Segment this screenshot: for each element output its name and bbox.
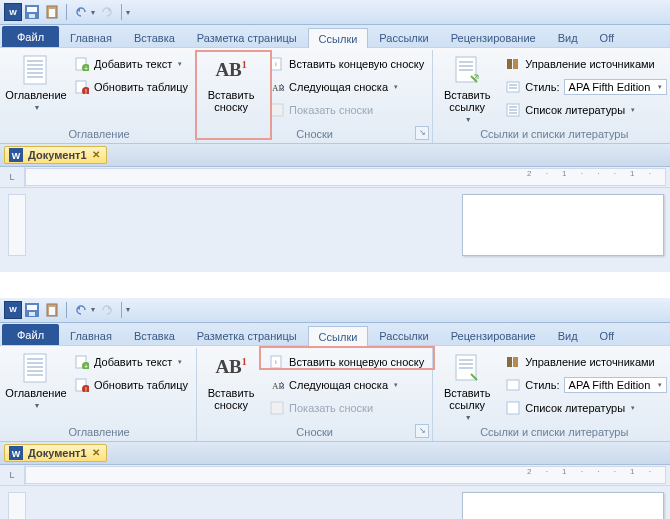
horizontal-ruler[interactable]: 2 · 1 · · · 1 · (25, 466, 666, 484)
tab-file[interactable]: Файл (2, 324, 59, 345)
tab-insert[interactable]: Вставка (123, 325, 186, 345)
update-table-icon: ! (74, 79, 90, 95)
tab-review[interactable]: Рецензирование (440, 325, 547, 345)
style-row: Стиль: APA Fifth Edition ▾ (501, 77, 670, 97)
manage-sources-button[interactable]: Управление источниками (501, 54, 670, 74)
tab-review[interactable]: Рецензирование (440, 27, 547, 47)
toc-button[interactable]: Оглавление ▼ (6, 350, 66, 412)
tab-references[interactable]: Ссылки (308, 28, 369, 48)
toc-button[interactable]: Оглавление ▼ (6, 52, 66, 114)
endnote-icon: i (269, 354, 285, 370)
footnote-ab-icon: AB1 (215, 352, 247, 384)
paste-icon[interactable] (44, 4, 60, 20)
style-icon (505, 377, 521, 393)
style-label: Стиль: (525, 81, 559, 93)
page[interactable] (462, 194, 664, 256)
style-icon (505, 79, 521, 95)
chevron-down-icon: ▾ (394, 83, 398, 91)
svg-rect-5 (24, 56, 46, 84)
toc-icon (20, 352, 52, 384)
next-footnote-button[interactable]: AB Следующая сноска▾ (265, 375, 428, 395)
qat-customize-icon[interactable]: ▾ (126, 305, 130, 314)
insert-footnote-button[interactable]: AB1 Вставить сноску (201, 350, 261, 413)
tab-office-truncated[interactable]: Off (589, 27, 625, 47)
document-tab[interactable]: W Документ1 ✕ (4, 444, 107, 462)
word-window-instance-2: W ▾ ▾ Файл Главная Вставка Разметка стра… (0, 298, 670, 519)
svg-rect-50 (507, 357, 512, 367)
tab-mailings[interactable]: Рассылки (368, 325, 439, 345)
tab-view[interactable]: Вид (547, 325, 589, 345)
footnotes-dialog-launcher[interactable]: ↘ (415, 126, 429, 140)
tab-home[interactable]: Главная (59, 325, 123, 345)
insert-endnote-button[interactable]: i Вставить концевую сноску (265, 352, 428, 372)
add-text-icon: + (74, 354, 90, 370)
ruler-corner: L (0, 465, 25, 485)
undo-dropdown-icon[interactable]: ▾ (91, 305, 95, 314)
add-text-button[interactable]: + Добавить текст ▾ (70, 54, 192, 74)
update-table-icon: ! (74, 377, 90, 393)
style-select[interactable]: APA Fifth Edition ▾ (564, 377, 668, 393)
save-icon[interactable] (24, 4, 40, 20)
svg-rect-22 (507, 59, 512, 69)
insert-footnote-button[interactable]: AB1 Вставить сноску (201, 52, 261, 115)
add-text-icon: + (74, 56, 90, 72)
insert-endnote-button[interactable]: i Вставить концевую сноску (265, 54, 428, 74)
page[interactable] (462, 492, 664, 519)
tab-layout[interactable]: Разметка страницы (186, 27, 308, 47)
svg-text:!: ! (85, 88, 87, 94)
tab-layout[interactable]: Разметка страницы (186, 325, 308, 345)
document-bar: W Документ1 ✕ (0, 144, 670, 167)
document-area (0, 188, 670, 272)
save-icon[interactable] (24, 302, 40, 318)
undo-icon[interactable] (73, 302, 89, 318)
manage-sources-icon (505, 56, 521, 72)
document-bar: W Документ1 ✕ (0, 442, 670, 465)
svg-rect-1 (27, 7, 37, 12)
horizontal-ruler[interactable]: 2 · 1 · · · 1 · (25, 168, 666, 186)
undo-icon[interactable] (73, 4, 89, 20)
close-icon[interactable]: ✕ (92, 149, 100, 160)
word-app-icon: W (4, 301, 22, 319)
vertical-ruler[interactable] (8, 194, 26, 256)
tab-file[interactable]: Файл (2, 26, 59, 47)
redo-icon[interactable] (99, 4, 115, 20)
tab-insert[interactable]: Вставка (123, 27, 186, 47)
style-select[interactable]: APA Fifth Edition ▾ (564, 79, 668, 95)
update-table-button[interactable]: ! Обновить таблицу (70, 77, 192, 97)
vertical-ruler[interactable] (8, 492, 26, 519)
svg-rect-24 (507, 82, 519, 92)
tab-references[interactable]: Ссылки (308, 326, 369, 346)
bibliography-button[interactable]: Список литературы ▾ (501, 100, 670, 120)
svg-text:W: W (12, 449, 21, 459)
insert-citation-button[interactable]: Вставить ссылку ▼ (437, 52, 497, 126)
next-footnote-icon: AB (269, 377, 285, 393)
manage-sources-button[interactable]: Управление источниками (501, 352, 670, 372)
document-tab[interactable]: W Документ1 ✕ (4, 146, 107, 164)
svg-rect-52 (507, 380, 519, 390)
group-footnotes: AB1 Вставить сноску i Вставить концевую … (197, 348, 433, 441)
tab-view[interactable]: Вид (547, 27, 589, 47)
next-footnote-icon: AB (269, 79, 285, 95)
insert-citation-button[interactable]: Вставить ссылку ▼ (437, 350, 497, 424)
word-window-instance-1: W ▾ ▾ Файл Главная Вставка Разметка стра… (0, 0, 670, 272)
add-text-button[interactable]: + Добавить текст▾ (70, 352, 192, 372)
quick-access-toolbar: ▾ ▾ (24, 302, 130, 318)
show-notes-icon (269, 102, 285, 118)
undo-dropdown-icon[interactable]: ▾ (91, 8, 95, 17)
close-icon[interactable]: ✕ (92, 447, 100, 458)
footnotes-dialog-launcher[interactable]: ↘ (415, 424, 429, 438)
bibliography-button[interactable]: Список литературы▾ (501, 398, 670, 418)
group-toc: Оглавление ▼ + Добавить текст ▾ ! (2, 50, 197, 143)
tab-office-truncated[interactable]: Off (589, 325, 625, 345)
next-footnote-button[interactable]: AB Следующая сноска ▾ (265, 77, 428, 97)
show-notes-button: Показать сноски (265, 398, 428, 418)
qat-customize-icon[interactable]: ▾ (126, 8, 130, 17)
footnote-ab-icon: AB1 (215, 54, 247, 86)
tab-home[interactable]: Главная (59, 27, 123, 47)
toc-label: Оглавление (5, 89, 66, 101)
style-row: Стиль: APA Fifth Edition ▾ (501, 375, 670, 395)
update-table-button[interactable]: ! Обновить таблицу (70, 375, 192, 395)
tab-mailings[interactable]: Рассылки (368, 27, 439, 47)
paste-icon[interactable] (44, 302, 60, 318)
redo-icon[interactable] (99, 302, 115, 318)
